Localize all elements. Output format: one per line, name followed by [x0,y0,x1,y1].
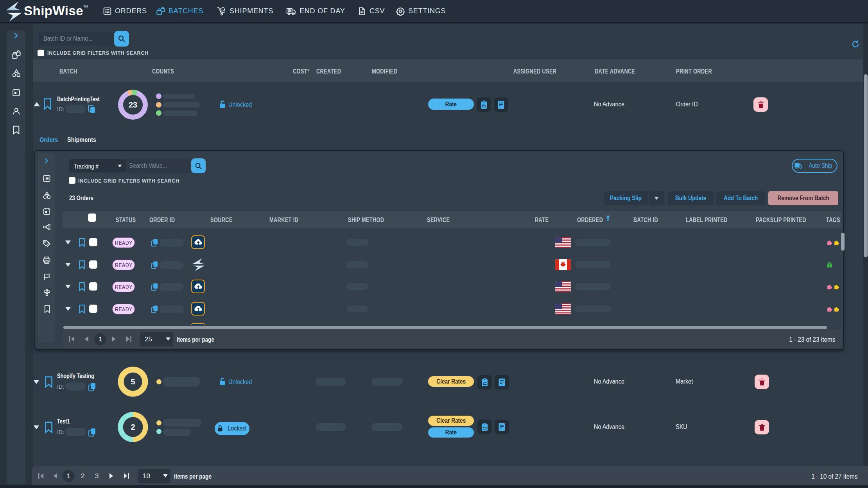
svg-text:5: 5 [131,377,135,386]
svg-text:2: 2 [131,423,135,431]
svg-text:23: 23 [129,100,137,109]
